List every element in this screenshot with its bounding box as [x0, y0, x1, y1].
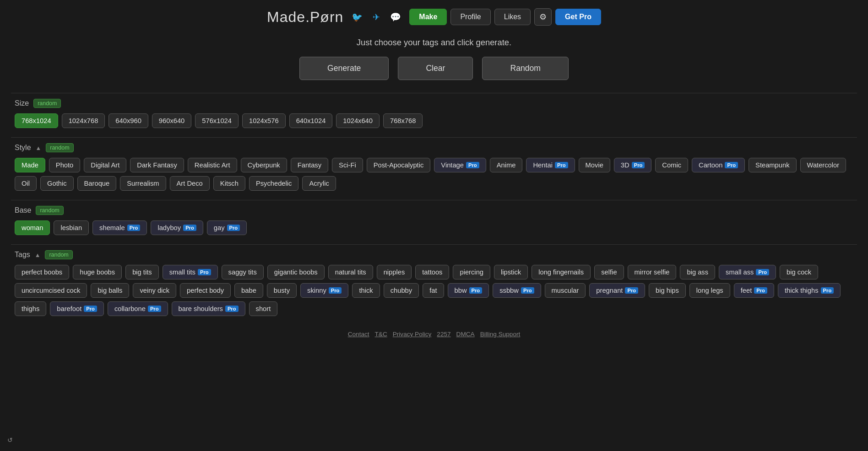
tags-chevron[interactable]: ▲ — [35, 252, 41, 258]
tag-item[interactable]: muscular — [545, 283, 586, 298]
profile-button[interactable]: Profile — [450, 9, 490, 25]
footer-link[interactable]: T&C — [375, 331, 387, 338]
tag-item[interactable]: long fingernails — [532, 265, 591, 279]
tag-item[interactable]: feetPro — [734, 283, 774, 298]
tag-item[interactable]: big balls — [91, 283, 129, 298]
tag-item[interactable]: long legs — [689, 283, 730, 298]
tag-item[interactable]: Dark Fantasy — [130, 158, 184, 172]
tag-item[interactable]: veiny dick — [133, 283, 176, 298]
tag-item[interactable]: nipples — [377, 265, 412, 279]
tag-item[interactable]: tattoos — [415, 265, 449, 279]
tag-item[interactable]: small assPro — [719, 265, 776, 279]
tag-item[interactable]: 576x1024 — [195, 113, 239, 128]
tag-item[interactable]: small titsPro — [163, 265, 218, 279]
tag-item[interactable]: thick — [352, 283, 380, 298]
generate-button[interactable]: Generate — [299, 57, 389, 80]
tag-item[interactable]: babe — [234, 283, 263, 298]
tag-item[interactable]: saggy tits — [222, 265, 264, 279]
tag-item[interactable]: huge boobs — [73, 265, 122, 279]
tag-item[interactable]: short — [249, 301, 278, 316]
tag-item[interactable]: 1024x640 — [336, 113, 380, 128]
tag-item[interactable]: 640x1024 — [289, 113, 333, 128]
tag-item[interactable]: barefootPro — [50, 301, 104, 316]
tag-item[interactable]: Digital Art — [84, 158, 126, 172]
random-button[interactable]: Random — [482, 57, 569, 80]
tag-item[interactable]: mirror selfie — [628, 265, 677, 279]
base-random-badge[interactable]: random — [36, 206, 63, 215]
tag-item[interactable]: Kitsch — [213, 176, 245, 191]
tag-item[interactable]: Post-Apocalyptic — [367, 158, 431, 172]
tag-item[interactable]: ladyboyPro — [151, 220, 203, 235]
tag-item[interactable]: perfect body — [180, 283, 231, 298]
tag-item[interactable]: big tits — [125, 265, 159, 279]
footer-link[interactable]: Billing Support — [480, 331, 521, 338]
tag-item[interactable]: thick thighsPro — [778, 283, 841, 298]
tag-item[interactable]: woman — [15, 220, 50, 235]
footer-link[interactable]: 2257 — [437, 331, 450, 338]
get-pro-button[interactable]: Get Pro — [555, 9, 601, 25]
tag-item[interactable]: bbwPro — [448, 283, 489, 298]
tag-item[interactable]: perfect boobs — [15, 265, 69, 279]
tag-item[interactable]: VintagePro — [434, 158, 486, 172]
tag-item[interactable]: Art Deco — [170, 176, 210, 191]
tag-item[interactable]: 768x768 — [383, 113, 423, 128]
tag-item[interactable]: big ass — [680, 265, 715, 279]
tag-item[interactable]: skinnyPro — [300, 283, 348, 298]
footer-link[interactable]: Contact — [348, 331, 369, 338]
tags-random-badge[interactable]: random — [45, 250, 72, 259]
tag-item[interactable]: big cock — [780, 265, 818, 279]
tag-item[interactable]: Surrealism — [120, 176, 166, 191]
style-random-badge[interactable]: random — [46, 143, 73, 152]
footer-link[interactable]: DMCA — [456, 331, 475, 338]
tag-item[interactable]: uncircumcised cock — [15, 283, 87, 298]
tag-item[interactable]: CartoonPro — [692, 158, 745, 172]
tag-item[interactable]: 1024x576 — [242, 113, 286, 128]
tag-item[interactable]: gigantic boobs — [267, 265, 325, 279]
tag-item[interactable]: shemalePro — [92, 220, 147, 235]
tag-item[interactable]: big hips — [649, 283, 686, 298]
likes-button[interactable]: Likes — [494, 9, 531, 25]
tag-item[interactable]: Psychedelic — [249, 176, 299, 191]
discord-icon[interactable]: 💬 — [388, 10, 403, 24]
tag-item[interactable]: Realistic Art — [188, 158, 237, 172]
tag-item[interactable]: Steampunk — [749, 158, 796, 172]
tag-item[interactable]: Sci-Fi — [332, 158, 363, 172]
telegram-icon[interactable]: ✈ — [369, 10, 384, 24]
tag-item[interactable]: Oil — [15, 176, 37, 191]
tag-item[interactable]: Fantasy — [291, 158, 328, 172]
tag-item[interactable]: 640x960 — [108, 113, 148, 128]
tag-item[interactable]: Anime — [490, 158, 523, 172]
tag-item[interactable]: natural tits — [328, 265, 373, 279]
tag-item[interactable]: 1024x768 — [62, 113, 105, 128]
tag-item[interactable]: 960x640 — [152, 113, 191, 128]
tag-item[interactable]: Gothic — [40, 176, 74, 191]
tag-item[interactable]: Photo — [49, 158, 80, 172]
tag-item[interactable]: 3DPro — [614, 158, 651, 172]
tag-item[interactable]: thighs — [15, 301, 46, 316]
tag-item[interactable]: chubby — [384, 283, 419, 298]
tag-item[interactable]: lipstick — [494, 265, 528, 279]
tag-item[interactable]: Comic — [655, 158, 688, 172]
settings-button[interactable]: ⚙ — [534, 8, 552, 26]
tag-item[interactable]: Watercolor — [800, 158, 846, 172]
tag-item[interactable]: selfie — [594, 265, 624, 279]
tag-item[interactable]: Made — [15, 158, 45, 172]
tag-item[interactable]: fat — [423, 283, 444, 298]
tag-item[interactable]: HentaiPro — [526, 158, 575, 172]
make-button[interactable]: Make — [409, 9, 447, 25]
clear-button[interactable]: Clear — [398, 57, 473, 80]
tag-item[interactable]: bare shouldersPro — [172, 301, 245, 316]
tag-item[interactable]: lesbian — [54, 220, 89, 235]
twitter-icon[interactable]: 🐦 — [350, 10, 364, 24]
tag-item[interactable]: pregnantPro — [589, 283, 645, 298]
size-random-badge[interactable]: random — [33, 99, 61, 108]
tag-item[interactable]: 768x1024 — [15, 113, 58, 128]
tag-item[interactable]: busty — [267, 283, 297, 298]
tag-item[interactable]: collarbonePro — [108, 301, 168, 316]
tag-item[interactable]: Baroque — [77, 176, 117, 191]
tag-item[interactable]: Movie — [579, 158, 610, 172]
tag-item[interactable]: gayPro — [207, 220, 247, 235]
tag-item[interactable]: Acrylic — [302, 176, 336, 191]
footer-link[interactable]: Privacy Policy — [393, 331, 432, 338]
tag-item[interactable]: Cyberpunk — [241, 158, 287, 172]
